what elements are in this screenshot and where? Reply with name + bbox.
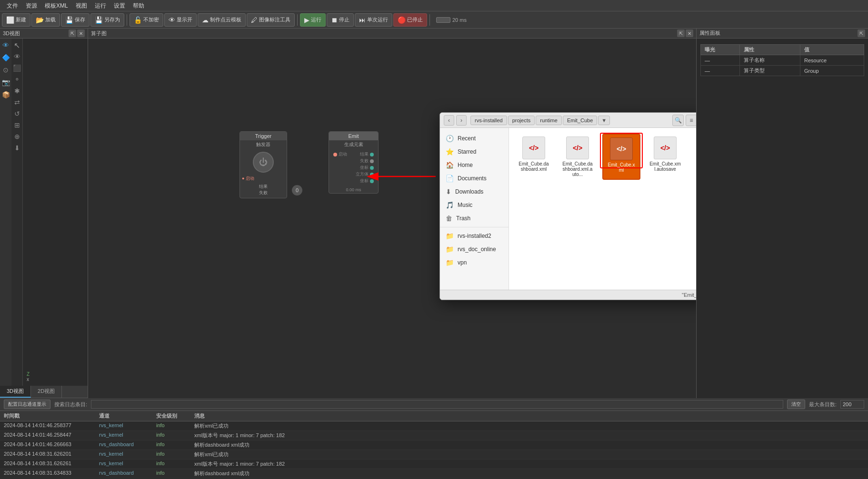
circle-icon[interactable]: ⊙	[1, 65, 10, 75]
sidebar-music[interactable]: 🎵 Music	[440, 198, 509, 212]
tab-2d[interactable]: 2D视图	[31, 386, 62, 398]
log-body: 2024-08-14 14:01:46.258377 rvs_kernel in…	[0, 421, 868, 479]
sidebar-documents[interactable]: 📄 Documents	[440, 172, 509, 185]
file-name-2: Emit_Cube.xml	[606, 162, 637, 173]
emit-node[interactable]: Emit 生成元素 启动 结果 失败	[329, 131, 379, 194]
sidebar-home[interactable]: 🏠 Home	[440, 158, 509, 172]
save-icon: 💾	[65, 16, 73, 24]
log-clear-btn[interactable]: 清空	[787, 400, 805, 409]
encrypt-button[interactable]: 🔓 不加密	[130, 13, 163, 27]
point-icon[interactable]: ⚬	[12, 75, 22, 84]
box-icon[interactable]: 📦	[1, 90, 10, 99]
eye2-icon[interactable]: 👁	[12, 52, 22, 61]
emit-cube-port: 立方体	[332, 171, 375, 177]
single-run-button[interactable]: ⏭ 单次运行	[355, 13, 392, 27]
right-float-btn[interactable]: ⇱	[858, 29, 865, 37]
single-run-icon: ⏭	[359, 16, 366, 24]
cursor-icon[interactable]: ↖	[12, 40, 22, 50]
node-canvas[interactable]: Trigger 触发器 ⏻ ● 启动 结果 失败 0 Emit 生成元素	[88, 39, 696, 398]
center-close-btn[interactable]: ✕	[686, 29, 693, 37]
dialog-back-btn[interactable]: ‹	[444, 115, 454, 126]
annotation-button[interactable]: 🖊 图像标注工具	[247, 13, 295, 27]
dialog-list-btn[interactable]: ≡	[686, 115, 696, 126]
breadcrumb-projects[interactable]: projects	[508, 116, 535, 125]
trigger-node[interactable]: Trigger 触发器 ⏻ ● 启动 结果 失败	[239, 131, 287, 198]
center-float-btn[interactable]: ⇱	[677, 29, 685, 37]
menu-resource[interactable]: 资源	[22, 0, 41, 11]
left-panel: 3D视图 ⇱ ✕ 👁 🔷 ⊙ 📷 📦 ↖ 👁 ⬛ ⚬ ✱ ⇄ ↺	[0, 29, 88, 398]
stop-label: 停止	[339, 16, 349, 23]
new-button[interactable]: ⬜ 新建	[2, 13, 30, 27]
down-icon[interactable]: ⬇	[12, 143, 22, 153]
asterisk-icon[interactable]: ✱	[12, 86, 22, 96]
rvs-installed2-label: rvs-installed2	[458, 233, 491, 239]
log-channel-2: rvs_dashboard	[99, 441, 156, 449]
file-item-0[interactable]: </> Emit_Cube.dashboard.xml	[515, 134, 553, 180]
pointcloud-button[interactable]: ☁ 制作点云模板	[198, 13, 246, 27]
select-icon[interactable]: ⬛	[12, 63, 22, 73]
sidebar-rvs-installed2[interactable]: 📁 rvs-installed2	[440, 229, 509, 243]
camera-icon[interactable]: 📷	[1, 78, 10, 87]
documents-icon: 📄	[446, 175, 454, 182]
left-panel-float-btn[interactable]: ⇱	[69, 29, 76, 37]
sidebar-vpn[interactable]: 📁 vpn	[440, 256, 509, 269]
stop-icon: ⏹	[331, 16, 338, 24]
display-button[interactable]: 👁 显示开	[164, 13, 197, 27]
dialog-forward-btn[interactable]: ›	[456, 115, 467, 126]
transform-icon[interactable]: ⇄	[12, 98, 22, 107]
right-panel: 属性面板 ⇱ 曝光 属性 值 — 算子名称 Resourc	[697, 29, 868, 398]
menu-settings[interactable]: 设置	[110, 0, 129, 11]
breadcrumb-dropdown[interactable]: ▼	[598, 116, 610, 125]
node-name-val: Resource	[800, 55, 864, 66]
run-button[interactable]: ▶ 运行	[300, 13, 326, 27]
dialog-search-btn[interactable]: 🔍	[672, 115, 684, 126]
file-item-1[interactable]: </> Emit_Cube.dashboard.xml.auto...	[559, 134, 597, 180]
saveas-button[interactable]: 💾 另存为	[90, 13, 124, 27]
log-max-input[interactable]	[840, 400, 864, 409]
tab-3d[interactable]: 3D视图	[0, 386, 31, 398]
menu-view[interactable]: 视图	[72, 0, 91, 11]
stopped-button[interactable]: 🔴 已停止	[393, 13, 427, 27]
file-item-3[interactable]: </> Emit_Cube.xml.autosave	[646, 134, 684, 180]
stop-button[interactable]: ⏹ 停止	[327, 13, 354, 27]
breadcrumb-rvs[interactable]: rvs-installed	[470, 116, 507, 125]
starred-icon: ⭐	[446, 148, 454, 156]
left-panel-title: 3D视图	[3, 30, 20, 37]
trigger-start-port: ● 启动	[242, 176, 254, 182]
menu-template[interactable]: 模板XML	[41, 0, 72, 11]
save-label: 保存	[75, 16, 85, 23]
music-icon: 🎵	[446, 201, 454, 209]
display-icon: 👁	[169, 16, 175, 24]
diamond-icon[interactable]: 🔷	[1, 53, 10, 62]
sidebar-downloads[interactable]: ⬇ Downloads	[440, 185, 509, 198]
log-row-3: 2024-08-14 14:08:31.626201 rvs_kernel in…	[0, 450, 868, 459]
file-item-2[interactable]: </> Emit_Cube.xml	[602, 134, 640, 180]
sidebar-starred[interactable]: ⭐ Starred	[440, 145, 509, 158]
stopped-label: 已停止	[407, 16, 423, 23]
log-search-input[interactable]	[91, 400, 783, 409]
plus-icon[interactable]: ⊕	[12, 132, 22, 141]
load-button[interactable]: 📂 加载	[31, 13, 60, 27]
eye-icon[interactable]: 👁	[1, 40, 10, 50]
sidebar-recent[interactable]: 🕐 Recent	[440, 132, 509, 145]
dialog-nav: ‹ ›	[444, 115, 467, 126]
save-button[interactable]: 💾 保存	[61, 13, 90, 27]
recent-icon: 🕐	[446, 135, 454, 142]
folder1-icon: 📁	[446, 232, 454, 240]
breadcrumb-emit[interactable]: Emit_Cube	[563, 116, 597, 125]
sidebar-trash[interactable]: 🗑 Trash	[440, 212, 509, 225]
single-run-label: 单次运行	[367, 16, 388, 23]
configure-log-btn[interactable]: 配置日志通道显示	[4, 400, 50, 409]
log-msg-0: 解析xml已成功	[194, 422, 864, 430]
menu-run[interactable]: 运行	[91, 0, 110, 11]
folder2-icon: 📁	[446, 245, 454, 253]
menu-file[interactable]: 文件	[3, 0, 22, 11]
vpn-label: vpn	[458, 259, 467, 266]
breadcrumb-runtime[interactable]: runtime	[536, 116, 562, 125]
refresh-icon[interactable]: ↺	[12, 109, 22, 118]
sidebar-rvs-doc[interactable]: 📁 rvs_doc_online	[440, 243, 509, 256]
left-panel-close-btn[interactable]: ✕	[77, 29, 85, 37]
menu-help[interactable]: 帮助	[129, 0, 148, 11]
grid-icon[interactable]: ⊞	[12, 120, 22, 130]
right-panel-body: 曝光 属性 值 — 算子名称 Resource — 算子类型 Group	[697, 39, 868, 80]
